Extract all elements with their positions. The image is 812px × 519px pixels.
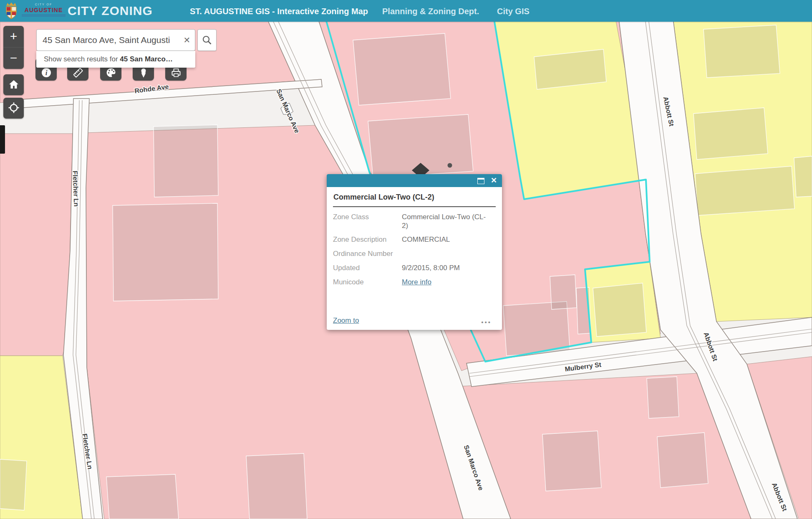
attr-label: Municode (333, 278, 393, 287)
map-point-dot (448, 163, 452, 168)
home-icon (8, 79, 19, 90)
attr-value (402, 250, 492, 258)
map-pin-icon (138, 67, 149, 78)
attr-label: Ordinance Number (333, 250, 393, 258)
popup-header: ✕ (327, 174, 502, 187)
logo-small-text: CITY OF (22, 3, 66, 6)
nav-city-gis[interactable]: City GIS (497, 0, 530, 22)
attr-value: COMMERCIAL (402, 235, 492, 244)
search-input[interactable] (36, 29, 195, 51)
label-fletcher-upper: Fletcher Ln (71, 170, 80, 207)
attr-value: 9/2/2015, 8:00 PM (402, 264, 492, 273)
zoom-to-link[interactable]: Zoom to (333, 316, 359, 324)
crosshair-icon (8, 102, 19, 113)
locate-button[interactable] (3, 98, 24, 119)
city-crest-logo (4, 2, 18, 20)
feature-popup: ✕ Commercial Low-Two (CL-2) Zone Class C… (327, 174, 502, 330)
home-extent-button[interactable] (3, 74, 24, 95)
search-button[interactable] (197, 29, 217, 51)
search-suggestion-item[interactable]: Show search results for 45 San Marco… (36, 51, 195, 68)
app-title: CITY ZONING (68, 0, 153, 22)
maximize-icon[interactable] (477, 178, 484, 184)
logo-name: AUGUSTINE (22, 7, 66, 13)
suggestion-prefix: Show search results for (44, 55, 120, 63)
collapsed-panel-tab[interactable] (0, 125, 5, 154)
print-icon (171, 67, 182, 78)
search-icon (202, 35, 212, 46)
more-info-link[interactable]: More info (402, 278, 431, 286)
nav-planning-zoning-dept[interactable]: Planning & Zoning Dept. (382, 0, 479, 22)
measure-ruler-icon (73, 67, 83, 78)
zone-pink-west[interactable] (0, 134, 73, 356)
attr-label: Updated (333, 264, 393, 273)
popup-footer: Zoom to ••• (333, 316, 496, 325)
attr-label: Zone Class (333, 213, 393, 230)
zoom-control: + − (3, 26, 24, 69)
attr-value: Commercial Low-Two (CL-2) (402, 213, 492, 230)
page-title: ST. AUGUSTINE GIS - Interactive Zoning M… (190, 0, 368, 22)
zoom-in-button[interactable]: + (3, 26, 24, 48)
more-options-icon[interactable]: ••• (481, 319, 492, 326)
popup-title: Commercial Low-Two (CL-2) (333, 192, 496, 207)
zoom-out-button[interactable]: − (3, 48, 24, 69)
clear-search-icon[interactable]: ✕ (181, 34, 193, 46)
suggestion-term: 45 San Marco… (120, 55, 173, 63)
attr-label: Zone Description (333, 235, 393, 244)
app-header: CITY OF AUGUSTINE CITY ZONING ST. AUGUST… (0, 0, 812, 22)
svg-text:i: i (45, 69, 47, 77)
info-icon: i (41, 67, 52, 78)
city-logo-text: CITY OF AUGUSTINE (22, 3, 66, 16)
attribute-table: Zone Class Commercial Low-Two (CL-2) Zon… (333, 213, 496, 286)
close-icon[interactable]: ✕ (491, 175, 497, 186)
palette-icon (106, 67, 116, 78)
